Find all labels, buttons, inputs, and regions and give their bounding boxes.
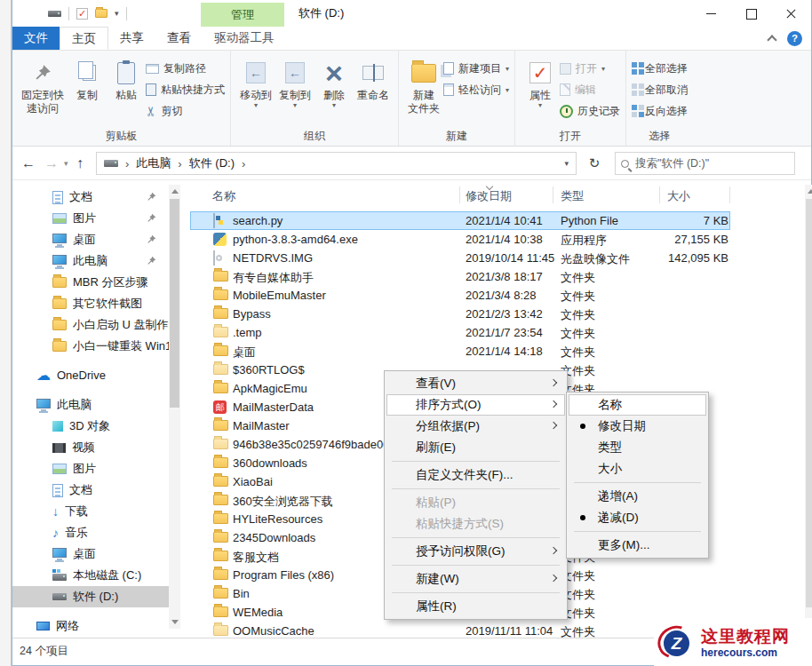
paste-button[interactable]: 粘贴 xyxy=(107,53,146,102)
sidebar-item[interactable]: 文档 xyxy=(12,480,169,501)
file-row[interactable]: 桌面 2021/1/4 14:18 文件夹 xyxy=(190,342,730,361)
qat-customize-chevron-icon[interactable] xyxy=(115,9,119,18)
sidebar-item[interactable]: 本地磁盘 (C:) xyxy=(12,565,169,586)
context-menu-item[interactable]: 授予访问权限(G) xyxy=(386,541,565,562)
properties-button[interactable]: 属性▾ xyxy=(521,53,560,109)
sidebar-item[interactable]: 此电脑 xyxy=(12,394,169,416)
submenu-item[interactable]: 递减(D) xyxy=(569,507,706,528)
select-none-button[interactable]: 全部取消 xyxy=(632,80,688,99)
refresh-button[interactable] xyxy=(581,152,608,175)
column-header-name[interactable]: 名称 xyxy=(212,188,235,204)
context-menu-item[interactable]: 属性(R) xyxy=(386,596,565,617)
sidebar-item[interactable]: MBR 分区步骤 xyxy=(12,272,169,293)
file-row[interactable]: MobileEmuMaster 2021/3/4 8:28 文件夹 xyxy=(190,286,730,305)
new-folder-button[interactable]: 新建 文件夹 xyxy=(404,53,443,115)
copy-button[interactable]: 复制 xyxy=(68,53,107,102)
breadcrumb[interactable]: › 此电脑 › 软件 (D:) › xyxy=(96,152,577,175)
column-divider[interactable] xyxy=(659,186,660,203)
sidebar-item[interactable]: 桌面 xyxy=(12,543,169,565)
address-dropdown-chevron-icon[interactable] xyxy=(564,159,569,168)
easy-access-button[interactable]: 轻松访问▾ xyxy=(443,80,509,99)
delete-button[interactable]: 删除▾ xyxy=(314,53,354,109)
column-divider[interactable] xyxy=(729,186,730,203)
paste-shortcut-button[interactable]: 粘贴快捷方式 xyxy=(146,80,225,99)
breadcrumb-item-drive-d[interactable]: 软件 (D:) xyxy=(189,155,235,171)
invert-selection-button[interactable]: 反向选择 xyxy=(632,101,688,121)
scroll-up-icon[interactable] xyxy=(808,189,812,194)
rename-button[interactable]: 重命名 xyxy=(354,53,393,102)
file-row[interactable]: OOMusicCache 2019/11/11 11:04 文件夹 xyxy=(190,622,730,638)
properties-shortcut-icon[interactable] xyxy=(76,8,88,20)
help-button[interactable]: ? xyxy=(787,31,802,46)
copy-path-button[interactable]: 复制路径 xyxy=(146,59,225,78)
submenu-item[interactable]: 递增(A) xyxy=(569,486,706,507)
collapse-ribbon-icon[interactable] xyxy=(767,35,776,44)
copy-to-button[interactable]: 复制到▾ xyxy=(275,53,314,109)
select-all-button[interactable]: 全部选择 xyxy=(632,59,688,78)
sidebar-item[interactable]: OneDrive xyxy=(12,365,169,386)
sidebar-item[interactable]: 3D 对象 xyxy=(12,416,169,437)
file-row[interactable]: .temp 2021/1/7 23:54 文件夹 xyxy=(190,323,730,342)
context-menu-item[interactable]: 粘贴(P) xyxy=(386,492,565,513)
submenu-item[interactable]: 类型 xyxy=(569,437,706,458)
sidebar-item[interactable]: 下载 xyxy=(12,501,169,522)
new-item-button[interactable]: 新建项目▾ xyxy=(443,59,509,78)
tab-file[interactable]: 文件 xyxy=(12,27,60,50)
manage-contextual-tab-badge[interactable]: 管理 xyxy=(201,3,284,27)
pin-to-quick-access-button[interactable]: 固定到快 速访问 xyxy=(18,53,68,115)
move-to-button[interactable]: 移动到▾ xyxy=(236,53,275,109)
tab-drive-tools[interactable]: 驱动器工具 xyxy=(203,27,286,50)
sidebar-item[interactable]: 小白一键重装 Win10 xyxy=(12,336,169,357)
context-menu-item[interactable]: 粘贴快捷方式(S) xyxy=(386,513,565,535)
scrollbar-thumb[interactable] xyxy=(806,199,812,607)
maximize-button[interactable] xyxy=(731,0,771,27)
scroll-up-icon[interactable] xyxy=(171,189,179,194)
sidebar-item[interactable]: 图片 xyxy=(12,458,169,480)
column-header-type[interactable]: 类型 xyxy=(561,188,584,204)
history-button[interactable]: 历史记录 xyxy=(560,101,620,121)
column-header-date-modified[interactable]: 修改日期 xyxy=(466,188,512,204)
recent-locations-chevron-icon[interactable] xyxy=(64,147,68,180)
forward-button[interactable] xyxy=(44,147,59,180)
tab-home[interactable]: 主页 xyxy=(60,27,108,50)
sidebar-item[interactable]: 桌面 xyxy=(12,229,169,250)
column-divider[interactable] xyxy=(459,186,460,203)
sidebar-scrollbar[interactable] xyxy=(169,185,180,629)
file-list-scrollbar[interactable] xyxy=(805,185,812,636)
search-input[interactable] xyxy=(635,157,789,170)
context-menu-item[interactable]: 自定义文件夹(F)... xyxy=(386,464,565,486)
sidebar-item[interactable]: 其它软件截图 xyxy=(12,293,169,314)
sidebar-item[interactable]: 音乐 xyxy=(12,522,169,543)
scrollbar-thumb[interactable] xyxy=(170,199,179,408)
submenu-item[interactable]: 修改日期 xyxy=(569,416,706,437)
file-row[interactable]: NETDRVS.IMG 2019/10/14 11:45 光盘映像文件 142,… xyxy=(190,249,730,267)
column-header-size[interactable]: 大小 xyxy=(667,188,690,204)
submenu-item[interactable]: 更多(M)... xyxy=(569,535,706,556)
sidebar-item[interactable]: 图片 xyxy=(12,208,169,229)
sidebar-item[interactable]: 小白启动 U 盘制作步 xyxy=(12,314,169,336)
context-menu-item[interactable]: 排序方式(O) xyxy=(386,394,565,416)
file-row[interactable]: search.py 2021/1/4 10:41 Python File 7 K… xyxy=(190,211,730,230)
new-folder-shortcut-icon[interactable] xyxy=(95,9,107,18)
tab-view[interactable]: 查看 xyxy=(155,27,203,50)
sidebar-item[interactable]: 此电脑 xyxy=(12,250,169,272)
breadcrumb-item-this-pc[interactable]: 此电脑 xyxy=(136,155,171,171)
sidebar-item[interactable]: 软件 (D:) xyxy=(12,586,169,607)
up-button[interactable] xyxy=(76,147,84,180)
submenu-item[interactable]: 大小 xyxy=(569,458,706,480)
sidebar-item[interactable]: 视频 xyxy=(12,437,169,458)
sidebar-item[interactable]: 文档 xyxy=(12,186,169,208)
tab-share[interactable]: 共享 xyxy=(108,27,155,50)
submenu-item[interactable]: 名称 xyxy=(569,394,706,416)
column-divider[interactable] xyxy=(553,186,553,203)
context-menu-item[interactable]: 新建(W) xyxy=(386,568,565,590)
file-row[interactable]: Bypass 2021/2/3 13:42 文件夹 xyxy=(190,305,730,323)
file-row[interactable]: python-3.8.3-amd64.exe 2021/1/4 10:38 应用… xyxy=(190,230,730,249)
cut-button[interactable]: 剪切 xyxy=(146,101,225,121)
close-button[interactable] xyxy=(771,0,811,27)
file-row[interactable]: 有专自媒体助手 2021/3/8 18:17 文件夹 xyxy=(190,267,730,286)
context-menu-item[interactable]: 刷新(E) xyxy=(386,437,565,458)
scroll-down-icon[interactable] xyxy=(171,620,179,624)
sidebar-item[interactable]: 网络 xyxy=(12,615,169,637)
context-menu-item[interactable]: 分组依据(P) xyxy=(386,416,565,437)
